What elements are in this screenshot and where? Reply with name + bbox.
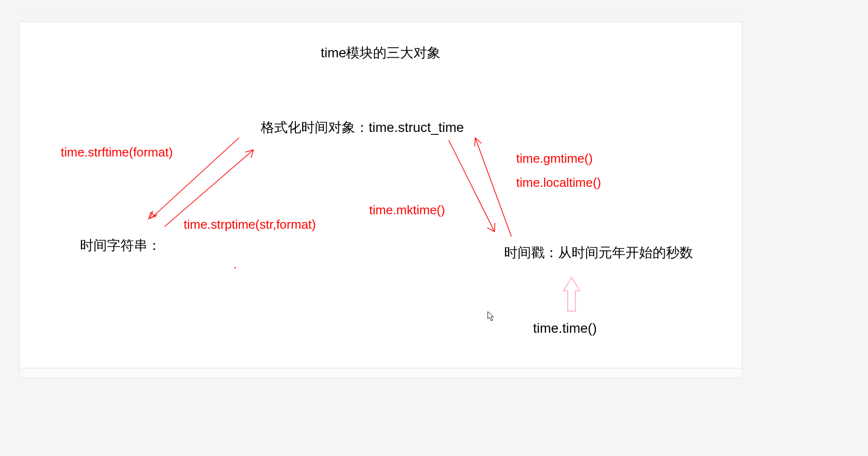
svg-line-9 xyxy=(475,138,511,236)
arrow-gmtime-localtime xyxy=(475,138,511,236)
label-strptime: time.strptime(str,format) xyxy=(184,217,316,232)
svg-line-10 xyxy=(475,138,475,146)
label-time: time.time() xyxy=(533,321,597,336)
top-divider xyxy=(19,10,742,12)
svg-line-6 xyxy=(449,140,494,232)
stray-dot xyxy=(235,267,236,269)
arrow-strptime xyxy=(164,150,254,227)
arrow-overlay xyxy=(20,22,743,369)
diagram-title: time模块的三大对象 xyxy=(321,44,441,62)
node-time-string: 时间字符串： xyxy=(80,236,161,255)
svg-line-2 xyxy=(150,211,153,219)
arrow-time-up xyxy=(563,277,580,311)
label-gmtime: time.gmtime() xyxy=(516,151,593,166)
svg-line-11 xyxy=(475,138,481,143)
cursor-icon xyxy=(487,311,495,322)
bottom-divider xyxy=(19,368,742,378)
svg-line-1 xyxy=(150,215,157,219)
svg-line-4 xyxy=(245,150,254,152)
svg-line-5 xyxy=(251,150,254,158)
svg-line-8 xyxy=(494,223,495,232)
label-strftime: time.strftime(format) xyxy=(61,145,173,160)
node-timestamp: 时间戳：从时间元年开始的秒数 xyxy=(504,244,693,262)
label-localtime: time.localtime() xyxy=(516,175,601,190)
label-mktime: time.mktime() xyxy=(369,203,445,218)
svg-line-3 xyxy=(164,150,254,227)
arrow-mktime xyxy=(449,140,495,232)
svg-line-7 xyxy=(487,228,494,232)
diagram-canvas: time模块的三大对象 格式化时间对象：time.struct_time 时间字… xyxy=(19,22,742,368)
node-struct-time: 格式化时间对象：time.struct_time xyxy=(261,118,464,137)
